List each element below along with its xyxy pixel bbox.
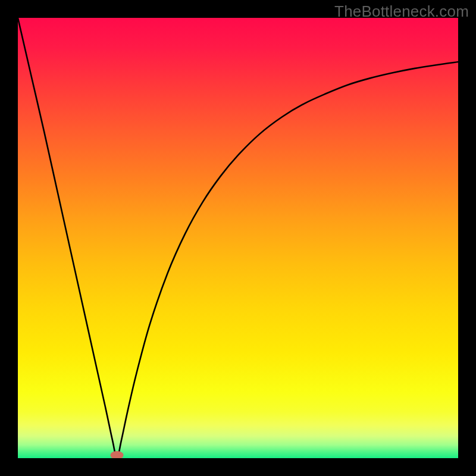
chart-plot-area [18, 18, 458, 458]
watermark-text: TheBottleneck.com [334, 2, 469, 21]
chart-background-gradient [18, 18, 458, 458]
bottleneck-chart-svg [18, 18, 458, 458]
